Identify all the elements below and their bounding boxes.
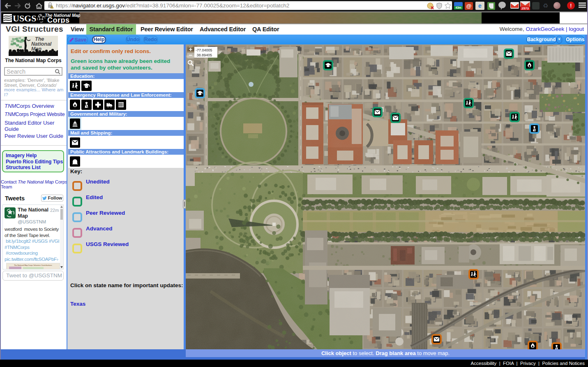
svg-text:Corps: Corps xyxy=(47,16,70,23)
svg-text:USGS: USGS xyxy=(13,13,36,23)
